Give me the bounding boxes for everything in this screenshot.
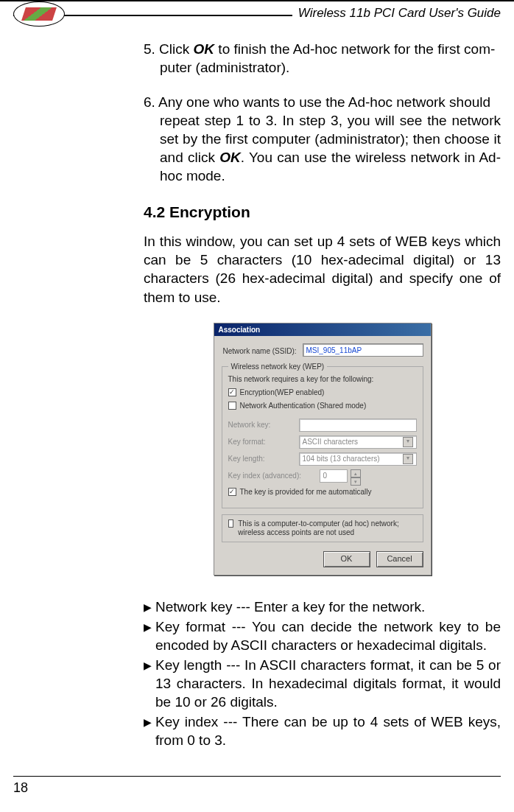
keyindex-input[interactable]: 0 [320,469,348,483]
bullet-3: Key length --- In ASCII characters forma… [155,656,501,711]
arrow-icon: ▶ [144,617,155,654]
autokey-label: The key is provided for me automatically [240,487,372,497]
list-item: ▶ Network key --- Enter a key for the ne… [144,598,501,616]
keyindex-spinner[interactable]: ▴▾ [351,469,361,483]
ssid-value: MSI_905_11bAP [306,346,362,355]
bullet-list: ▶ Network key --- Enter a key for the ne… [144,598,501,750]
step5-prefix: 5. Click [144,41,194,57]
bullet-2: Key format --- You can decide the networ… [155,617,501,654]
netkey-input[interactable] [299,419,417,432]
step5-line2: puter (administrator). [160,60,289,75]
arrow-icon: ▶ [144,598,155,616]
adhoc-label: This is a computer-to-computer (ad hoc) … [238,519,416,537]
keyformat-value: ASCII characters [303,437,359,447]
auth-label: Network Authentication (Shared mode) [240,401,367,410]
list-item: ▶ Key format --- You can decide the netw… [144,617,501,654]
chevron-down-icon: ▾ [403,437,413,447]
autokey-checkbox[interactable]: ✓ [228,488,236,496]
page-header: Wireless 11b PCI Card User's Guide [0,0,514,25]
footer-rule [13,776,501,777]
auth-checkbox[interactable] [228,402,236,410]
ok-button[interactable]: OK [323,551,370,567]
bullet-1: Network key --- Enter a key for the netw… [155,598,501,616]
encryption-checkbox[interactable]: ✓ [228,388,236,396]
keylength-select[interactable]: 104 bits (13 characters) ▾ [299,452,417,466]
adhoc-checkbox[interactable] [228,519,234,528]
dialog-screenshot: Association Network name (SSID): MSI_905… [144,323,501,575]
list-item: ▶ Key index --- There can be up to 4 set… [144,713,501,749]
arrow-icon: ▶ [144,713,155,749]
arrow-icon: ▶ [144,656,155,711]
chevron-down-icon: ▾ [403,454,413,464]
dialog-titlebar: Association [214,323,431,336]
wep-fieldset: Wireless network key (WEP) This network … [222,366,423,508]
ok-emphasis: OK [194,41,215,57]
step-6: 6. Any one who wants to use the Ad-hoc n… [144,93,501,185]
bullet-4: Key index --- There can be up to 4 sets … [155,713,501,749]
association-dialog: Association Network name (SSID): MSI_905… [214,323,432,575]
keylength-value: 104 bits (13 characters) [303,454,380,463]
ssid-label: Network name (SSID): [223,346,297,356]
keyindex-label: Key index (advanced): [228,471,317,480]
step-5: 5. Click OK to finish the Ad-hoc network… [144,40,501,77]
header-title: Wireless 11b PCI Card User's Guide [292,6,501,21]
section-heading: 4.2 Encryption [144,202,501,223]
step6-part1: 6. Any one who wants to use the Ad-hoc n… [144,94,490,110]
page-content: 5. Click OK to finish the Ad-hoc network… [0,25,514,749]
list-item: ▶ Key length --- In ASCII characters for… [144,656,501,711]
encryption-label: Encryption(WEP enabled) [240,388,325,397]
keyformat-select[interactable]: ASCII characters ▾ [299,435,417,449]
step5-rest: to finish the Ad-hoc network for the fir… [214,41,490,57]
keyformat-label: Key format: [228,437,296,447]
keyindex-value: 0 [323,471,328,480]
requires-text: This network requires a key for the foll… [228,374,417,384]
section-intro: In this window, you can set up 4 sets of… [144,232,501,306]
netkey-label: Network key: [228,420,296,430]
pci-card-icon [13,1,65,27]
adhoc-box: This is a computer-to-computer (ad hoc) … [222,514,423,542]
ssid-input[interactable]: MSI_905_11bAP [303,343,423,357]
ok-emphasis-2: OK [219,150,241,165]
page-number: 18 [13,780,28,796]
keylength-label: Key length: [228,454,296,463]
fieldset-legend: Wireless network key (WEP) [228,362,328,371]
cancel-button[interactable]: Cancel [376,551,423,567]
